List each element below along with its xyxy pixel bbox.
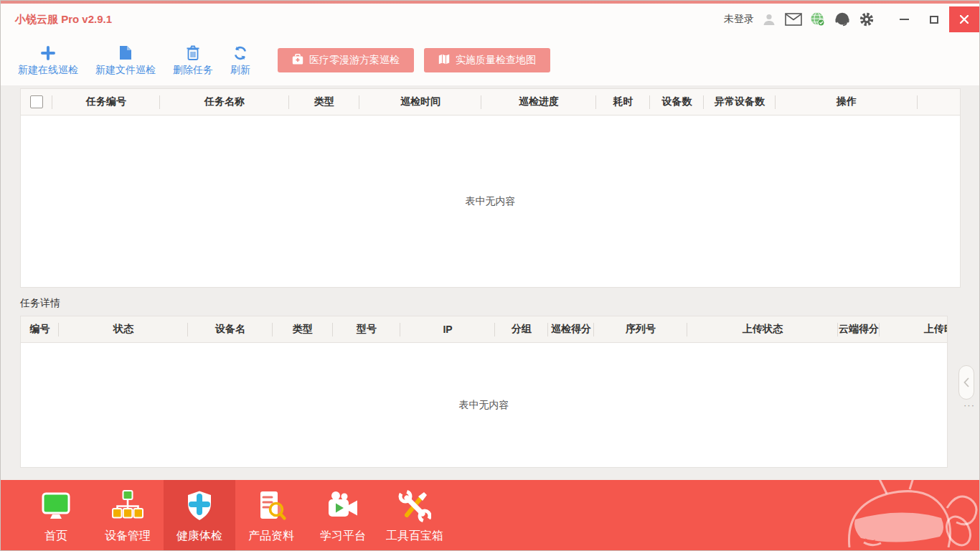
delete-task-button[interactable]: 删除任务 [173,44,213,77]
titlebar-controls: 未登录 [724,6,979,32]
plus-icon [41,44,55,60]
pink-button-label: 实施质量检查地图 [456,54,536,67]
nav-item-product-docs[interactable]: 产品资料 [235,480,307,550]
column-header[interactable]: 设备名 [188,316,273,342]
login-status[interactable]: 未登录 [724,13,754,26]
task-detail-title: 任务详情 [20,297,979,310]
new-file-inspection-button[interactable]: 新建文件巡检 [95,44,156,77]
mascot-robot-icon [839,480,979,550]
map-icon [438,54,450,67]
side-panel-more[interactable]: ··· [963,400,975,410]
empty-table-text: 表中无内容 [466,195,516,208]
app-title: 小锐云服 Pro v2.9.1 [15,13,112,27]
user-avatar-icon[interactable] [758,9,780,30]
column-header[interactable]: 任务编号 [52,89,160,115]
medical-roaming-inspection-button[interactable]: 医疗零漫游方案巡检 [278,48,414,72]
new-online-inspection-button[interactable]: 新建在线巡检 [18,44,78,77]
device-tree-icon [111,489,144,525]
column-header-filler [918,89,960,115]
detail-table-body: 表中无内容 [21,343,947,467]
close-button[interactable] [949,6,979,32]
chevron-left-icon [963,377,969,387]
nav-item-label: 学习平台 [320,529,366,544]
tool-action-label: 新建在线巡检 [18,64,78,77]
tool-action-label: 刷新 [230,64,250,77]
nav-item-learning-platform[interactable]: 学习平台 [307,480,379,550]
quality-check-map-button[interactable]: 实施质量检查地图 [424,48,550,72]
nav-item-label: 工具百宝箱 [386,529,443,544]
detail-table-header: 编号 状态 设备名 类型 型号 IP 分组 巡检得分 序列号 上传状态 云端得分… [21,316,948,343]
refresh-button[interactable]: 刷新 [230,44,250,77]
select-all-checkbox[interactable] [30,95,43,108]
task-table-header: 任务编号 任务名称 类型 巡检时间 巡检进度 耗时 设备数 异常设备数 操作 [21,89,960,116]
main-content: 任务编号 任务名称 类型 巡检时间 巡检进度 耗时 设备数 异常设备数 操作 表… [1,85,979,480]
product-docs-icon [255,489,288,525]
column-header[interactable]: 上传时间 [880,316,948,342]
task-table-body: 表中无内容 [21,116,960,287]
empty-table-text: 表中无内容 [459,399,509,412]
app-window: 小锐云服 Pro v2.9.1 未登录 [0,0,980,551]
column-header[interactable]: 异常设备数 [704,89,776,115]
column-header[interactable]: 状态 [59,316,188,342]
trash-icon [187,44,199,60]
select-all-cell [21,89,52,115]
nav-item-toolbox[interactable]: 工具百宝箱 [379,480,451,550]
column-header[interactable]: 巡检时间 [359,89,481,115]
medical-kit-icon [292,54,303,67]
home-monitor-icon [39,489,72,525]
column-header[interactable]: 分组 [495,316,548,342]
column-header[interactable]: 型号 [333,316,400,342]
settings-gear-icon[interactable] [856,9,877,30]
column-header[interactable]: 类型 [289,89,359,115]
column-header[interactable]: 上传状态 [687,316,838,342]
detail-table: 编号 状态 设备名 类型 型号 IP 分组 巡检得分 序列号 上传状态 云端得分… [20,316,948,468]
nav-item-health-check[interactable]: 健康体检 [164,480,235,550]
toolbox-icon [398,489,431,525]
refresh-icon [233,44,248,60]
learning-video-icon [326,489,359,525]
nav-item-home[interactable]: 首页 [20,480,92,550]
toolbar: 新建在线巡检 新建文件巡检 删除任务 [1,35,979,85]
column-header[interactable]: 类型 [273,316,333,342]
column-header[interactable]: 巡检得分 [548,316,594,342]
pink-button-label: 医疗零漫游方案巡检 [309,54,400,67]
nav-item-label: 设备管理 [105,529,151,544]
side-panel-toggle[interactable] [958,365,974,400]
minimize-button[interactable] [889,8,919,31]
tool-action-label: 新建文件巡检 [95,64,156,77]
column-header[interactable]: 设备数 [650,89,704,115]
bottom-navigation: 首页 设备管理 健康体检 [1,480,979,550]
new-file-icon [119,44,132,60]
column-header[interactable]: 云端得分 [838,316,880,342]
column-header[interactable]: IP [400,316,495,342]
column-header[interactable]: 操作 [776,89,918,115]
nav-item-label: 首页 [44,529,67,544]
task-table: 任务编号 任务名称 类型 巡检时间 巡检进度 耗时 设备数 异常设备数 操作 表… [20,88,961,288]
column-header[interactable]: 任务名称 [160,89,289,115]
support-headset-icon[interactable] [831,9,853,30]
column-header[interactable]: 序列号 [594,316,687,342]
tool-action-label: 删除任务 [173,64,213,77]
maximize-button[interactable] [919,8,949,31]
network-status-globe-icon[interactable] [807,9,829,30]
title-bar: 小锐云服 Pro v2.9.1 未登录 [1,4,979,35]
mail-icon[interactable] [783,9,804,30]
column-header[interactable]: 耗时 [596,89,650,115]
nav-item-label: 健康体检 [176,529,222,544]
column-header[interactable]: 巡检进度 [481,89,596,115]
column-header[interactable]: 编号 [21,316,59,342]
nav-item-device-management[interactable]: 设备管理 [92,480,164,550]
health-shield-icon [183,489,216,525]
nav-item-label: 产品资料 [248,529,294,544]
